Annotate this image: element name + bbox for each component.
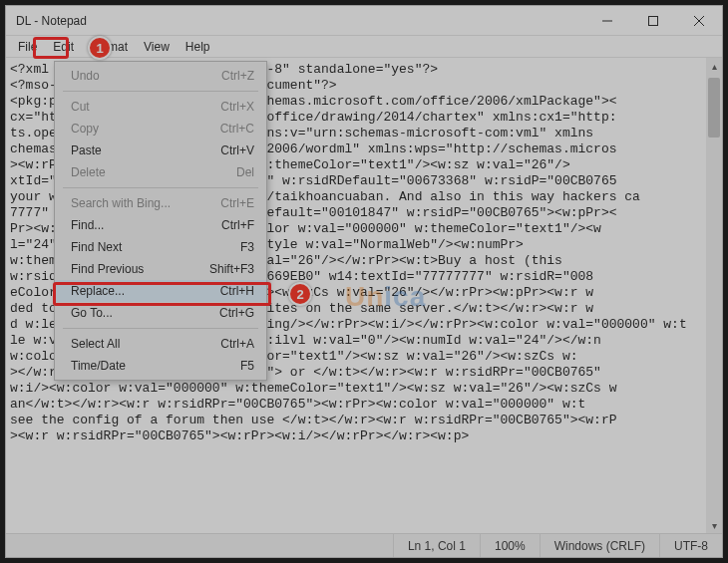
maximize-button[interactable] <box>630 6 676 36</box>
close-button[interactable] <box>676 6 722 36</box>
menu-item-label: Time/Date <box>71 359 240 373</box>
menu-item-label: Go To... <box>71 306 219 320</box>
status-zoom: 100% <box>480 534 540 557</box>
title-bar: DL - Notepad <box>6 6 722 36</box>
menu-item-label: Copy <box>71 122 220 136</box>
editor-line: w:i/><w:color w:val="000000" w:themeColo… <box>10 381 716 397</box>
menu-item-search-with-bing: Search with Bing...Ctrl+E <box>55 192 266 214</box>
menu-item-label: Replace... <box>71 284 220 298</box>
editor-line: ><w:r w:rsidRPr="00CB0765"><w:rPr><w:i/>… <box>10 428 716 444</box>
menu-item-accelerator: Ctrl+C <box>220 122 254 136</box>
status-bar: Ln 1, Col 1 100% Windows (CRLF) UTF-8 <box>6 533 722 557</box>
svg-rect-1 <box>649 16 658 25</box>
menu-item-label: Find Previous <box>71 262 209 276</box>
scroll-down-icon[interactable]: ▾ <box>706 517 722 533</box>
menu-item-accelerator: F5 <box>240 359 254 373</box>
status-encoding: UTF-8 <box>659 534 722 557</box>
menu-separator <box>63 187 258 188</box>
editor-line: an</w:t></w:r><w:r w:rsidRPr="00CB0765">… <box>10 397 716 413</box>
minimize-icon <box>601 15 613 27</box>
menu-item-accelerator: Ctrl+X <box>220 100 254 114</box>
menu-item-cut: CutCtrl+X <box>55 96 266 118</box>
menu-item-paste[interactable]: PasteCtrl+V <box>55 140 266 161</box>
menu-item-time-date[interactable]: Time/DateF5 <box>55 355 266 377</box>
scroll-up-icon[interactable]: ▴ <box>706 58 722 74</box>
menu-item-find-previous[interactable]: Find PreviousShift+F3 <box>55 258 266 280</box>
menu-item-label: Find Next <box>71 240 240 254</box>
menu-item-accelerator: Shift+F3 <box>209 262 254 276</box>
menu-edit[interactable]: Edit <box>45 38 82 56</box>
menu-item-find[interactable]: Find...Ctrl+F <box>55 214 266 236</box>
menu-separator <box>63 328 258 329</box>
menu-item-label: Delete <box>71 165 236 179</box>
menu-item-label: Paste <box>71 143 220 157</box>
status-eol: Windows (CRLF) <box>540 534 659 557</box>
menu-item-go-to[interactable]: Go To...Ctrl+G <box>55 302 266 324</box>
scrollbar-thumb[interactable] <box>708 78 720 138</box>
menu-item-label: Undo <box>71 69 221 83</box>
menu-item-accelerator: Ctrl+V <box>220 143 254 157</box>
menu-item-accelerator: Ctrl+Z <box>221 69 254 83</box>
editor-line: see the config of a forum then use </w:t… <box>10 413 716 428</box>
menu-view[interactable]: View <box>136 38 178 56</box>
edit-dropdown: UndoCtrl+ZCutCtrl+XCopyCtrl+CPasteCtrl+V… <box>54 61 267 381</box>
menu-help[interactable]: Help <box>178 38 218 56</box>
menu-item-label: Cut <box>71 100 220 114</box>
menu-item-accelerator: Ctrl+F <box>221 218 254 232</box>
menu-item-label: Search with Bing... <box>71 196 220 210</box>
maximize-icon <box>647 15 659 27</box>
annotation-badge-2: 2 <box>288 282 312 306</box>
menu-item-label: Find... <box>71 218 221 232</box>
menu-item-accelerator: Ctrl+E <box>220 196 254 210</box>
menu-item-copy: CopyCtrl+C <box>55 118 266 140</box>
annotation-badge-1: 1 <box>88 36 112 60</box>
menu-file[interactable]: File <box>10 38 45 56</box>
menu-item-accelerator: F3 <box>240 240 254 254</box>
menu-item-accelerator: Ctrl+A <box>220 337 254 351</box>
menu-item-label: Select All <box>71 337 220 351</box>
close-icon <box>693 15 705 27</box>
status-position: Ln 1, Col 1 <box>393 534 480 557</box>
vertical-scrollbar[interactable]: ▴ ▾ <box>706 58 722 533</box>
window-title: DL - Notepad <box>16 14 87 28</box>
menu-item-accelerator: Ctrl+G <box>219 306 254 320</box>
menu-item-select-all[interactable]: Select AllCtrl+A <box>55 333 266 355</box>
menu-item-find-next[interactable]: Find NextF3 <box>55 236 266 258</box>
menu-separator <box>63 91 258 92</box>
menu-item-delete: DeleteDel <box>55 161 266 183</box>
menu-item-undo: UndoCtrl+Z <box>55 65 266 87</box>
menu-bar: File Edit Format View Help <box>6 36 722 58</box>
menu-item-accelerator: Ctrl+H <box>220 284 254 298</box>
menu-item-replace[interactable]: Replace...Ctrl+H <box>55 280 266 302</box>
menu-item-accelerator: Del <box>236 165 254 179</box>
minimize-button[interactable] <box>584 6 630 36</box>
